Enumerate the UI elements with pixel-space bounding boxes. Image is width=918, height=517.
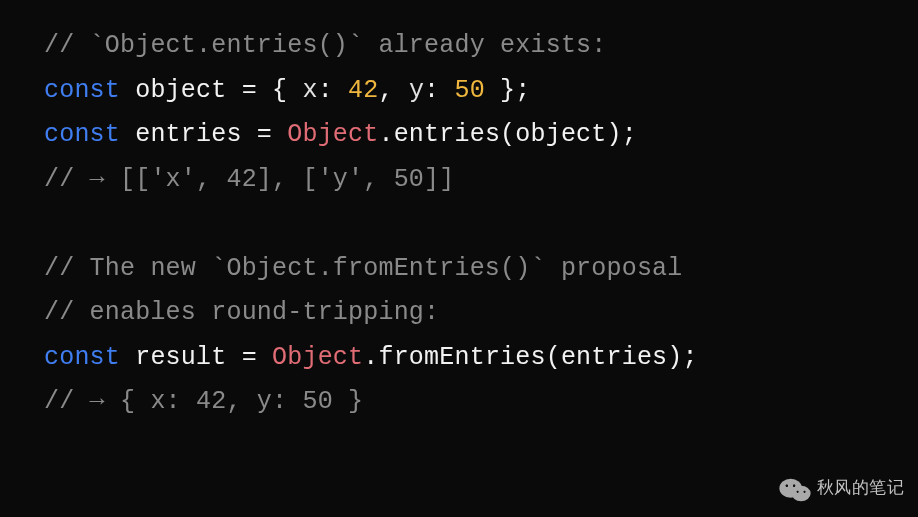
code-number: 50 [454,76,484,105]
svg-point-4 [796,490,798,492]
code-prop: y [409,76,424,105]
code-prop: x [302,76,317,105]
code-keyword: const [44,343,120,372]
code-identifier: entries [135,120,241,149]
code-comment: // `Object.entries()` already exists: [44,31,607,60]
code-colon: : [318,76,348,105]
code-number: 42 [348,76,378,105]
code-paren: ); [667,343,697,372]
svg-point-2 [785,484,788,487]
code-operator: = [242,120,288,149]
code-operator: = [226,343,272,372]
svg-point-1 [791,486,810,502]
code-comment: // The new `Object.fromEntries()` propos… [44,254,683,283]
code-method: entries [394,120,500,149]
code-comment: // → [['x', 42], ['y', 50]] [44,165,454,194]
code-argument: object [515,120,606,149]
code-method: fromEntries [378,343,545,372]
code-class: Object [287,120,378,149]
code-paren: ); [607,120,637,149]
watermark: 秋风的笔记 [779,473,905,503]
code-dot: . [363,343,378,372]
code-operator: = [226,76,272,105]
code-dot: . [378,120,393,149]
svg-point-5 [803,490,805,492]
svg-point-3 [792,484,795,487]
code-keyword: const [44,76,120,105]
watermark-text: 秋风的笔记 [817,473,905,503]
code-paren: ( [546,343,561,372]
code-identifier: result [135,343,226,372]
code-paren: ( [500,120,515,149]
code-argument: entries [561,343,667,372]
code-comment: // → { x: 42, y: 50 } [44,387,363,416]
code-comment: // enables round-tripping: [44,298,439,327]
code-keyword: const [44,120,120,149]
code-block: // `Object.entries()` already exists: co… [44,24,874,425]
wechat-icon [779,475,811,501]
code-brace: { [272,76,302,105]
code-colon: : [424,76,454,105]
code-comma: , [378,76,408,105]
code-class: Object [272,343,363,372]
code-identifier: object [135,76,226,105]
code-brace: }; [485,76,531,105]
